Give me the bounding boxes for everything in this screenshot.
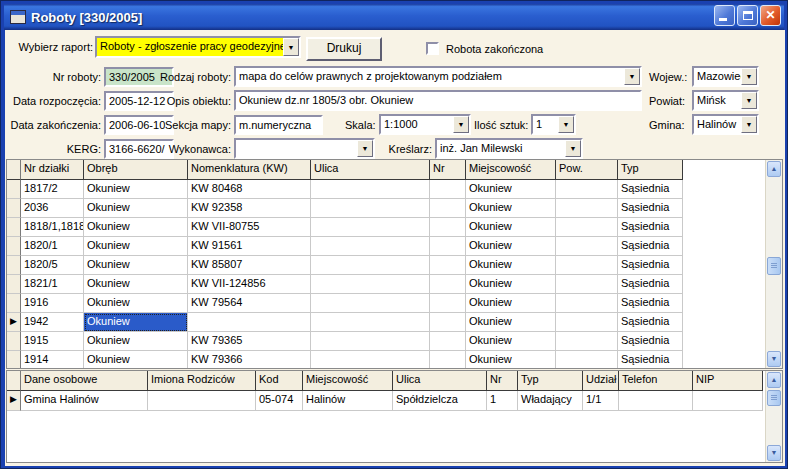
grid-cell[interactable]: 1817/2 [21,180,84,199]
table-row[interactable]: 1914OkuniewKW 79366OkuniewSąsiednia [7,351,782,369]
scroll-down-button[interactable]: ▼ [767,445,781,461]
finished-checkbox[interactable] [426,42,439,55]
grid-cell[interactable]: Okuniew [466,275,556,294]
column-header[interactable]: NIP [693,371,763,391]
grid-cell[interactable] [311,199,430,218]
column-header[interactable]: Ulica [311,160,430,180]
skala-value[interactable]: 1:1000 [381,116,453,133]
grid-cell[interactable]: 1821/1 [21,275,84,294]
gmina-value[interactable]: Halinów [694,116,741,133]
table-row[interactable]: 2036OkuniewKW 92358OkuniewSąsiednia [7,199,782,218]
powiat-combobox[interactable]: Mińsk ▼ [692,90,759,111]
chevron-down-icon[interactable]: ▼ [453,116,469,133]
title-bar[interactable]: Roboty [330/2005] [4,4,784,30]
chevron-down-icon[interactable]: ▼ [357,140,373,157]
report-combobox[interactable]: Roboty - zgłoszenie pracy geodezyjnej.rt… [95,36,301,58]
grid-cell[interactable]: 05-074 [256,391,303,411]
grid-cell[interactable]: Sąsiednia [618,199,683,218]
grid-cell[interactable]: Sąsiednia [618,275,683,294]
grid-cell[interactable]: Okuniew [466,237,556,256]
grid-cell[interactable]: Sąsiednia [618,237,683,256]
grid-cell[interactable]: 1820/5 [21,256,84,275]
grid-cell[interactable]: Okuniew [84,256,188,275]
grid-cell[interactable] [311,218,430,237]
opis-obiektu-field[interactable]: Okuniew dz.nr 1805/3 obr. Okuniew [234,90,642,111]
grid-cell[interactable] [430,199,466,218]
grid-cell[interactable] [619,391,693,411]
current-row-marker-icon[interactable]: ▶ [7,391,21,411]
current-row-marker-icon[interactable] [7,332,21,351]
grid-cell[interactable]: Okuniew [466,199,556,218]
grid-cell[interactable] [556,199,618,218]
owners-scrollbar[interactable]: ▲ ▼ [765,371,782,462]
column-header[interactable]: Ulica [393,371,487,391]
wykonawca-value[interactable] [236,140,357,157]
column-header[interactable]: Miejscowość [466,160,556,180]
column-header[interactable]: Nr [487,371,518,391]
grid-cell[interactable]: 1916 [21,294,84,313]
wojewodztwo-value[interactable]: Mazowieckie [694,68,741,85]
chevron-down-icon[interactable]: ▼ [741,116,757,133]
column-header[interactable]: Dane osobowe [21,371,148,391]
grid-cell[interactable] [430,313,466,332]
grid-cell[interactable]: KW VII-124856 [188,275,311,294]
grid-cell[interactable] [311,256,430,275]
grid-cell[interactable]: 1818/1,1818 [21,218,84,237]
grid-cell[interactable] [430,237,466,256]
grid-cell[interactable] [311,351,430,369]
wojewodztwo-combobox[interactable]: Mazowieckie ▼ [692,66,759,87]
parcels-scrollbar[interactable]: ▲ ▼ [765,160,782,368]
column-header[interactable]: Udział [583,371,619,391]
grid-cell[interactable]: KW 80468 [188,180,311,199]
current-row-marker-icon[interactable] [7,180,21,199]
grid-cell[interactable]: 1914 [21,351,84,369]
table-row[interactable]: 1821/1OkuniewKW VII-124856OkuniewSąsiedn… [7,275,782,294]
grid-cell[interactable]: KW 92358 [188,199,311,218]
kreslarz-combobox[interactable]: inż. Jan Milewski ▼ [435,138,583,159]
grid-cell[interactable]: 2036 [21,199,84,218]
grid-cell[interactable] [556,294,618,313]
scroll-up-button[interactable]: ▲ [767,161,781,177]
current-row-marker-icon[interactable] [7,294,21,313]
grid-cell[interactable] [430,256,466,275]
grid-cell[interactable] [556,275,618,294]
grid-cell[interactable] [556,332,618,351]
wykonawca-combobox[interactable]: ▼ [234,138,375,159]
print-button[interactable]: Drukuj [306,37,382,61]
grid-cell[interactable]: Okuniew [84,332,188,351]
current-row-marker-icon[interactable] [7,237,21,256]
current-row-marker-icon[interactable] [7,351,21,369]
grid-cell[interactable] [311,313,430,332]
column-header[interactable]: Telefon [619,371,693,391]
grid-cell[interactable]: KW 79366 [188,351,311,369]
column-header[interactable]: Nomenklatura (KW) [188,160,311,180]
current-row-marker-icon[interactable] [7,275,21,294]
maximize-button[interactable] [737,5,758,26]
grid-cell[interactable]: Okuniew [84,294,188,313]
grid-cell[interactable]: Spółdzielcza [393,391,487,411]
column-header[interactable]: Kod [256,371,303,391]
grid-cell[interactable]: Okuniew [466,294,556,313]
column-header[interactable]: Miejscowość [303,371,393,391]
grid-cell[interactable]: Sąsiednia [618,313,683,332]
grid-cell[interactable]: 1942 [21,313,84,332]
column-header[interactable]: Pow. [556,160,618,180]
grid-cell[interactable]: Okuniew [466,332,556,351]
table-row[interactable]: 1817/2OkuniewKW 80468OkuniewSąsiednia [7,180,782,199]
table-row[interactable]: 1915OkuniewKW 79365OkuniewSąsiednia [7,332,782,351]
table-row[interactable]: ▶1942OkuniewOkuniewSąsiednia [7,313,782,332]
chevron-down-icon[interactable]: ▼ [741,92,757,109]
scroll-thumb[interactable] [767,257,781,275]
grid-cell[interactable]: KW VII-80755 [188,218,311,237]
current-row-marker-icon[interactable] [7,218,21,237]
minimize-button[interactable] [714,5,735,26]
column-header[interactable]: Typ [518,371,583,391]
table-row[interactable]: 1916OkuniewKW 79564OkuniewSąsiednia [7,294,782,313]
current-row-marker-icon[interactable] [7,199,21,218]
grid-cell[interactable]: Okuniew [84,313,188,332]
table-row[interactable]: 1818/1,1818OkuniewKW VII-80755OkuniewSąs… [7,218,782,237]
table-row[interactable]: ▶Gmina Halinów05-074HalinówSpółdzielcza1… [7,391,782,411]
grid-cell[interactable]: 1915 [21,332,84,351]
grid-cell[interactable]: Okuniew [84,237,188,256]
skala-combobox[interactable]: 1:1000 ▼ [379,114,471,135]
